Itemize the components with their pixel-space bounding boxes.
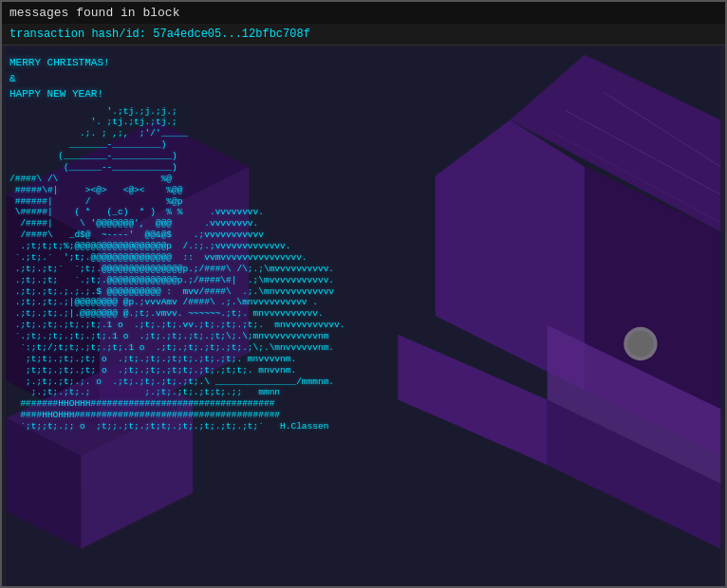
title-bar: messages found in block	[2, 2, 725, 24]
greeting-text: MERRY CHRISTMAS! & HAPPY NEW YEAR!	[9, 55, 718, 102]
greeting-line3: HAPPY NEW YEAR!	[9, 88, 103, 100]
hash-label: transaction hash/id:	[9, 28, 153, 41]
ascii-art-block: '.;tj.;j.;j.; '. ;tj.;tj.;tj.; .;. ; ,;,…	[9, 106, 718, 432]
text-overlay: MERRY CHRISTMAS! & HAPPY NEW YEAR! '.;tj…	[2, 46, 725, 586]
greeting-line1: MERRY CHRISTMAS!	[9, 57, 110, 68]
greeting-line2: &	[9, 73, 16, 84]
hash-value: 57a4edce05...12bfbc708f	[153, 28, 310, 41]
app-window: messages found in block transaction hash…	[0, 0, 727, 588]
main-content: MERRY CHRISTMAS! & HAPPY NEW YEAR! '.;tj…	[2, 46, 725, 586]
hash-bar: transaction hash/id: 57a4edce05...12bfbc…	[2, 24, 725, 46]
title-text: messages found in block	[9, 6, 179, 20]
